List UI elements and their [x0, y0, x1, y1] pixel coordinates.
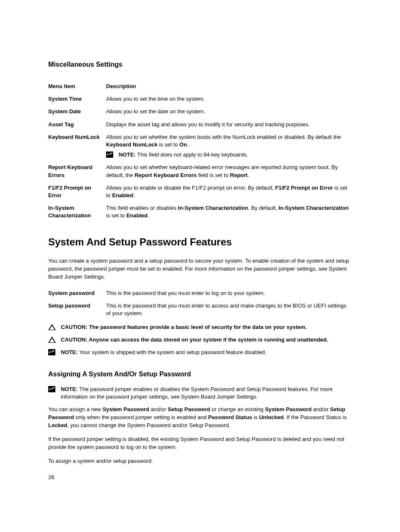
header-menu-item: Menu Item [48, 80, 106, 93]
table-row: Report Keyboard Errors Allows you to set… [48, 161, 352, 181]
text: only when the password jumper setting is… [74, 414, 208, 420]
bold-text: Unlocked [259, 414, 284, 420]
text: or change an existing [210, 406, 265, 412]
table-row: System Date Allows you to set the date o… [48, 105, 352, 118]
text: You can assign a new [48, 406, 103, 412]
intro-paragraph: You can create a system password and a s… [48, 257, 352, 281]
note-label: NOTE: [61, 386, 79, 392]
bold-text: Report Keyboard Errors [135, 172, 197, 178]
text: is set to [106, 212, 126, 219]
document-page: Miscellaneous Settings Menu Item Descrip… [0, 0, 400, 465]
row-desc: Allows you to enable or disable the F1/F… [106, 182, 352, 202]
bold-text: Password Status [208, 414, 252, 420]
row-desc: Allows you to set the date on the system… [106, 105, 352, 118]
caution-icon [48, 324, 56, 330]
text: . By default, [248, 205, 278, 211]
table-row: In-System Characterization This field en… [48, 202, 352, 222]
bold-text: In-System Characterization [178, 205, 248, 211]
row-label: Asset Tag [48, 118, 106, 131]
bold-text: Enabled [126, 212, 148, 219]
bold-text: Report [230, 172, 248, 178]
table-row: Keyboard NumLock Allows you to set wheth… [48, 131, 352, 162]
row-desc: This is the password that you must enter… [106, 300, 352, 320]
bold-text: System Password [103, 406, 149, 412]
caution-text: Anyone can access the data stored on you… [89, 336, 328, 343]
row-label: Setup password [48, 300, 106, 320]
bold-text: On [179, 141, 187, 148]
row-label: Keyboard NumLock [48, 131, 106, 162]
body-paragraph: You can assign a new System Password and… [48, 406, 352, 430]
caution-icon [48, 336, 56, 343]
text: , you cannot change the System Password … [68, 422, 231, 428]
table-row: System Time Allows you to set the time o… [48, 93, 352, 105]
note-callout: NOTE: The password jumper enables or dis… [48, 386, 352, 401]
page-number: 26 [48, 474, 54, 480]
header-description: Description [106, 80, 352, 93]
bold-text: System Password [265, 406, 312, 412]
table-row: F1/F2 Prompt on Error Allows you to enab… [48, 182, 352, 202]
note-text: This field does not apply to 84-key keyb… [137, 151, 248, 158]
table-header-row: Menu Item Description [48, 80, 352, 93]
body-paragraph: To assign a system and/or setup password… [48, 457, 352, 465]
table-row: Setup password This is the password that… [48, 300, 352, 320]
table-row: Asset Tag Displays the asset tag and all… [48, 118, 352, 131]
text: . [148, 212, 149, 219]
section-heading: Miscellaneous Settings [48, 61, 352, 68]
caution-callout: CAUTION: The password features provide a… [48, 323, 352, 331]
row-label: Report Keyboard Errors [48, 161, 106, 181]
text: is [252, 414, 259, 420]
bold-text: Setup Password [168, 406, 210, 412]
bold-text: Enabled [112, 192, 133, 198]
note-icon [106, 151, 113, 158]
text: and/or [312, 406, 330, 412]
text: . [133, 192, 135, 198]
row-desc: Allows you to set the time on the system… [106, 93, 352, 105]
text: . [187, 141, 189, 148]
row-label: System password [48, 287, 106, 300]
row-desc: Allows you to set whether keyboard-relat… [106, 161, 352, 181]
row-label: System Date [48, 105, 106, 118]
text: . If the Password Status is [283, 414, 346, 420]
sub-heading: Assigning A System And/Or Setup Password [48, 370, 352, 378]
text: is set to [158, 141, 179, 148]
note-label: NOTE: [119, 151, 137, 158]
password-defs-table: System password This is the password tha… [48, 287, 352, 320]
caution-callout: CAUTION: Anyone can access the data stor… [48, 336, 352, 344]
text: This field enables or disables [106, 205, 178, 211]
note-text: The password jumper enables or disables … [61, 386, 332, 400]
row-desc: This field enables or disables In-System… [106, 202, 352, 222]
note-callout: NOTE: Your system is shipped with the sy… [48, 349, 352, 356]
note-icon [48, 349, 55, 355]
text: Allows you to set whether the system boo… [106, 134, 341, 140]
text: . [247, 172, 249, 178]
inline-note: NOTE: This field does not apply to 84-ke… [106, 151, 352, 159]
main-heading: System And Setup Password Features [48, 236, 352, 248]
bold-text: Locked [48, 422, 68, 428]
note-text: Your system is shipped with the system a… [79, 349, 266, 355]
bold-text: F1/F2 Prompt on Error [275, 185, 333, 191]
text: field is set to [197, 172, 230, 178]
row-desc: This is the password that you must enter… [106, 287, 352, 300]
note-icon [48, 386, 55, 392]
note-label: NOTE: [61, 349, 79, 355]
row-desc: Allows you to set whether the system boo… [106, 131, 352, 162]
bold-text: In-System Characterization [278, 205, 349, 211]
caution-label: CAUTION: [61, 324, 89, 330]
bold-text: Keyboard NumLock [106, 141, 158, 148]
body-paragraph: If the password jumper setting is disabl… [48, 436, 352, 451]
text: Allows you to enable or disable the F1/F… [106, 185, 275, 191]
caution-label: CAUTION: [61, 336, 89, 343]
settings-table: Menu Item Description System Time Allows… [48, 80, 352, 222]
caution-text: The password features provide a basic le… [89, 324, 306, 330]
row-desc: Displays the asset tag and allows you to… [106, 118, 352, 131]
row-label: In-System Characterization [48, 202, 106, 222]
text: and/or [149, 406, 168, 412]
table-row: System password This is the password tha… [48, 287, 352, 300]
row-label: F1/F2 Prompt on Error [48, 182, 106, 202]
row-label: System Time [48, 93, 106, 105]
